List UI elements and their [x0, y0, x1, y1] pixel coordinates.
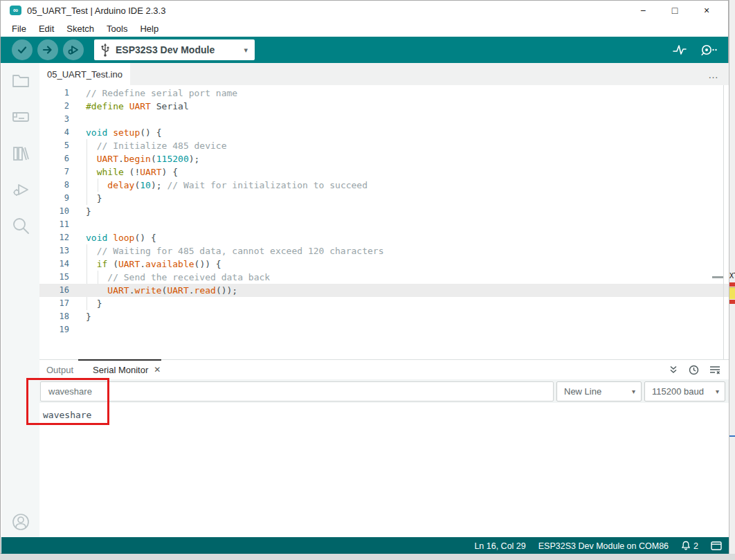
code-line: 18} — [39, 310, 729, 323]
toolbar: ESP32S3 Dev Module ▾ — [1, 37, 728, 63]
board-selector-label: ESP32S3 Dev Module — [116, 44, 215, 55]
window-title: 05_UART_Test | Arduino IDE 2.3.3 — [27, 6, 165, 16]
clear-output-icon[interactable] — [709, 365, 720, 374]
upload-button[interactable] — [37, 39, 58, 60]
line-ending-value: New Line — [564, 386, 601, 397]
bottom-panel: Output Serial Monitor ✕ New Line ▾ — [39, 359, 729, 537]
notifications[interactable]: 2 — [681, 541, 698, 551]
tab-sketch-file[interactable]: 05_UART_Test.ino — [39, 63, 130, 85]
code-text: } — [86, 192, 102, 205]
sketchbook-icon[interactable] — [11, 72, 30, 90]
code-line: 10} — [39, 205, 729, 218]
menu-item-file[interactable]: File — [10, 24, 28, 34]
code-text: UART.begin(115200); — [86, 152, 199, 165]
line-number: 6 — [39, 152, 69, 165]
toggle-panel-icon[interactable] — [711, 541, 722, 550]
minimize-button[interactable]: − — [627, 1, 659, 20]
line-number: 10 — [39, 205, 69, 218]
code-editor[interactable]: 1// Redefine serial port name2#define UA… — [39, 85, 729, 359]
line-ending-dropdown[interactable]: New Line ▾ — [556, 381, 642, 401]
editor-tab-bar: 05_UART_Test.ino … — [39, 63, 729, 85]
code-text: } — [86, 310, 91, 323]
line-number: 18 — [39, 310, 69, 323]
code-line: 13 // Waiting for 485 data, cannot excee… — [39, 244, 729, 258]
background-window-sliver: XT — [729, 0, 735, 554]
line-number: 8 — [39, 179, 69, 192]
debug-sidebar-icon[interactable] — [11, 181, 30, 198]
code-text: // Redefine serial port name — [86, 87, 237, 100]
line-number: 2 — [39, 100, 69, 113]
menu-item-tools[interactable]: Tools — [105, 24, 129, 34]
timestamp-icon[interactable] — [689, 365, 699, 375]
chevron-down-icon: ▾ — [244, 46, 248, 55]
boards-manager-icon[interactable] — [10, 108, 31, 126]
code-line: 9 } — [39, 192, 729, 205]
code-line: 15 // Send the received data back — [39, 271, 729, 284]
serial-plotter-icon[interactable] — [672, 43, 687, 57]
menu-item-help[interactable]: Help — [138, 24, 160, 34]
code-text: void setup() { — [86, 126, 162, 139]
chevron-down-icon: ▾ — [632, 388, 635, 395]
title-bar: ∞ 05_UART_Test | Arduino IDE 2.3.3 − □ × — [1, 1, 728, 20]
line-number: 7 — [39, 165, 69, 179]
status-bar: Ln 16, Col 29 ESP32S3 Dev Module on COM8… — [1, 537, 729, 554]
editor-scrollbar[interactable] — [723, 85, 724, 359]
menu-item-edit[interactable]: Edit — [37, 24, 55, 34]
code-line: 14 if (UART.available()) { — [39, 258, 729, 271]
cursor-position[interactable]: Ln 16, Col 29 — [474, 541, 525, 551]
tab-label: 05_UART_Test.ino — [47, 69, 122, 80]
board-port-status[interactable]: ESP32S3 Dev Module on COM86 — [538, 541, 669, 551]
code-line: 6 UART.begin(115200); — [39, 152, 729, 165]
close-tab-icon[interactable]: ✕ — [154, 365, 161, 374]
panel-tab-bar: Output Serial Monitor ✕ — [39, 360, 729, 379]
code-text: } — [86, 297, 102, 310]
line-number: 5 — [39, 139, 69, 152]
account-icon[interactable] — [11, 512, 30, 532]
menu-bar: FileEditSketchToolsHelp — [1, 20, 728, 37]
arduino-ide-window: ∞ 05_UART_Test | Arduino IDE 2.3.3 − □ ×… — [0, 0, 729, 554]
baud-rate-dropdown[interactable]: 115200 baud ▾ — [644, 381, 725, 401]
code-text: void loop() { — [86, 231, 156, 244]
maximize-button[interactable]: □ — [659, 1, 691, 20]
desktop-strip — [0, 554, 735, 560]
code-line: 11 — [39, 218, 729, 231]
line-number: 15 — [39, 271, 69, 284]
line-number: 3 — [39, 113, 69, 126]
tab-overflow-icon[interactable]: … — [708, 69, 719, 80]
background-window-red-bar — [729, 300, 735, 304]
serial-message-input[interactable] — [40, 381, 554, 401]
code-line: 19 — [39, 323, 729, 336]
code-line: 4void setup() { — [39, 126, 729, 139]
debug-icon — [67, 44, 80, 55]
code-text: if (UART.available()) { — [86, 258, 221, 271]
line-number: 16 — [39, 284, 69, 297]
line-number: 4 — [39, 126, 69, 139]
code-text: UART.write(UART.read()); — [86, 284, 237, 297]
usb-icon — [101, 43, 109, 57]
line-number: 9 — [39, 192, 69, 205]
code-line: 1// Redefine serial port name — [39, 87, 729, 100]
board-selector[interactable]: ESP32S3 Dev Module ▾ — [94, 39, 255, 60]
code-line: 3 — [39, 113, 729, 126]
code-text: // Waiting for 485 data, cannot exceed 1… — [86, 244, 383, 258]
menu-item-sketch[interactable]: Sketch — [65, 24, 96, 34]
close-button[interactable]: × — [691, 1, 723, 20]
library-manager-icon[interactable] — [11, 144, 30, 163]
code-text: delay(10); // Wait for initialization to… — [86, 179, 368, 192]
tab-serial-monitor[interactable]: Serial Monitor — [93, 365, 148, 375]
line-number: 19 — [39, 323, 69, 336]
code-text: // Send the received data back — [86, 271, 270, 284]
verify-button[interactable] — [12, 39, 33, 60]
line-number: 12 — [39, 231, 69, 244]
baud-rate-value: 115200 baud — [652, 386, 704, 397]
notification-count: 2 — [693, 541, 698, 551]
debug-button[interactable] — [63, 39, 84, 60]
arrow-right-icon — [42, 44, 53, 55]
serial-monitor-icon[interactable] — [700, 43, 718, 57]
activity-sidebar — [1, 63, 39, 537]
code-line: 2#define UART Serial — [39, 100, 729, 113]
tab-output[interactable]: Output — [46, 365, 73, 375]
search-icon[interactable] — [11, 216, 30, 235]
collapse-panel-icon[interactable] — [669, 365, 678, 374]
code-line: 16 UART.write(UART.read()); — [39, 284, 729, 297]
